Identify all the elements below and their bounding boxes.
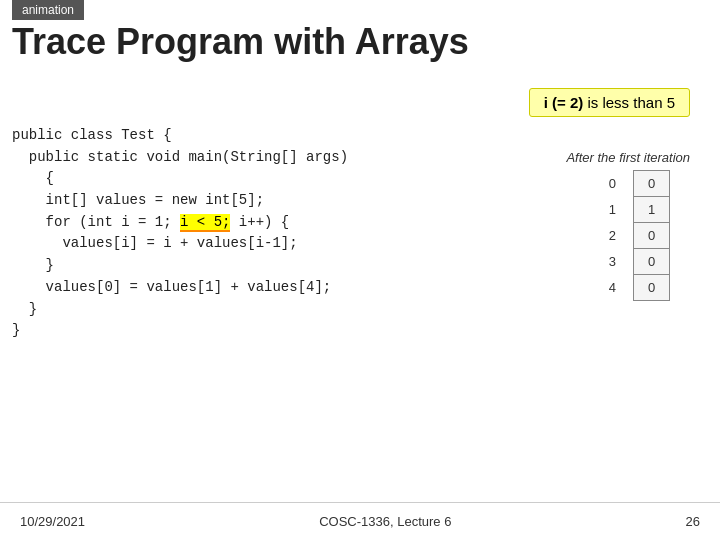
array-index-cell: 4 bbox=[598, 275, 634, 301]
array-value-cell: 0 bbox=[634, 171, 670, 197]
tooltip-box: i (= 2) is less than 5 bbox=[529, 88, 690, 117]
code-line-0: public class Test { bbox=[12, 125, 348, 147]
array-row: 30 bbox=[598, 249, 670, 275]
array-row: 40 bbox=[598, 275, 670, 301]
code-line-7: values[0] = values[1] + values[4]; bbox=[12, 277, 348, 299]
array-index-cell: 1 bbox=[598, 197, 634, 223]
code-line-8: } bbox=[12, 299, 348, 321]
after-iteration-label: After the first iteration bbox=[566, 150, 690, 165]
code-line-4: for (int i = 1; i < 5; i++) { bbox=[12, 212, 348, 234]
highlighted-condition: i < 5; bbox=[180, 214, 230, 232]
footer-date: 10/29/2021 bbox=[20, 514, 85, 529]
code-line-1: public static void main(String[] args) bbox=[12, 147, 348, 169]
array-value-cell: 0 bbox=[634, 249, 670, 275]
tooltip-highlight: i (= 2) bbox=[544, 94, 584, 111]
page-title: Trace Program with Arrays bbox=[12, 22, 720, 62]
array-index-cell: 0 bbox=[598, 171, 634, 197]
array-row: 20 bbox=[598, 223, 670, 249]
array-value-cell: 1 bbox=[634, 197, 670, 223]
array-table: 0011203040 bbox=[598, 170, 671, 301]
code-block: public class Test { public static void m… bbox=[12, 125, 348, 342]
array-row: 11 bbox=[598, 197, 670, 223]
footer: 10/29/2021 COSC-1336, Lecture 6 26 bbox=[0, 502, 720, 540]
footer-course: COSC-1336, Lecture 6 bbox=[319, 514, 451, 529]
code-line-2: { bbox=[12, 168, 348, 190]
animation-tab: animation bbox=[12, 0, 84, 20]
tab-label: animation bbox=[22, 3, 74, 17]
code-line-5: values[i] = i + values[i-1]; bbox=[12, 233, 348, 255]
code-line-3: int[] values = new int[5]; bbox=[12, 190, 348, 212]
code-line-9: } bbox=[12, 320, 348, 342]
array-value-cell: 0 bbox=[634, 223, 670, 249]
array-index-cell: 2 bbox=[598, 223, 634, 249]
array-table-body: 0011203040 bbox=[598, 171, 670, 301]
array-row: 00 bbox=[598, 171, 670, 197]
footer-page: 26 bbox=[686, 514, 700, 529]
array-value-cell: 0 bbox=[634, 275, 670, 301]
code-line-6: } bbox=[12, 255, 348, 277]
array-index-cell: 3 bbox=[598, 249, 634, 275]
tooltip-text: is less than 5 bbox=[583, 94, 675, 111]
